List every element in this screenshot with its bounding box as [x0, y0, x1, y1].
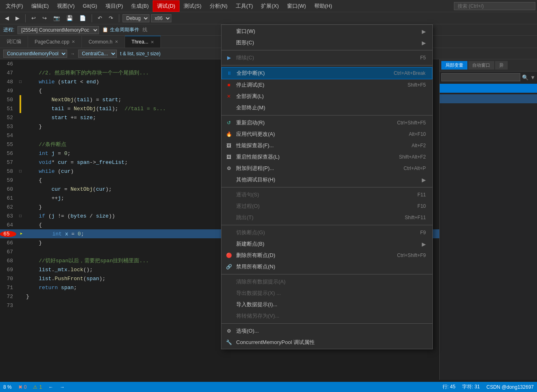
menu-item-delete-all-bp[interactable]: 🔴 删除所有断点(D) Ctrl+Shift+F9 — [221, 250, 432, 261]
menu-item-profiler[interactable]: 🖼 性能探查器(F)... Alt+F2 — [221, 140, 432, 151]
menu-section-breakpoints: 切换断点(G) F9 新建断点(B) ▶ 🔴 删除所有断点(D) Ctrl+Sh… — [221, 226, 432, 273]
attach-icon: ⚙ — [226, 166, 232, 171]
menu-item-detach-all[interactable]: ✕ 全部折离(L) — [221, 91, 432, 102]
menu-item-export-datatips: 导出数据提示(X) ... — [221, 287, 432, 299]
arrow-icon: → — [70, 51, 75, 56]
delete-bp-icon: 🔴 — [226, 253, 232, 258]
newfile-button[interactable]: 📄 — [77, 14, 88, 22]
menu-item-window[interactable]: 窗口(W) ▶ — [221, 26, 432, 37]
menu-build[interactable]: 生成(B) — [127, 1, 153, 11]
line-info: 行: 45 — [443, 383, 456, 390]
debug-mode-select[interactable]: Debug — [123, 14, 149, 22]
panel-search-input[interactable] — [441, 73, 520, 81]
menu-debug[interactable]: 调试(D) — [153, 0, 180, 12]
search-icon[interactable]: 🔍 — [522, 74, 528, 81]
restart-icon: ↺ — [226, 120, 232, 126]
tab-common[interactable]: Common.h ✕ — [82, 36, 125, 48]
dropdown-icon[interactable]: ▼ — [530, 74, 535, 81]
menu-section-datatip: 清除所有数据提示(A) 导出数据提示(X) ... 导入数据提示(I)... 将… — [221, 275, 432, 322]
close-icon[interactable]: ✕ — [151, 40, 154, 44]
profiler-icon: 🖼 — [226, 143, 232, 148]
statusbar-right: 行: 45 字符: 31 CSDN @dong132697 — [443, 383, 534, 390]
screenshot-button[interactable]: 📷 — [51, 14, 62, 22]
tab-label-pagecache: PageCache.cpp — [35, 39, 69, 45]
menu-section-options: ⚙ 选项(O)... 🔧 ConcurrentMemoryPool 调试属性 — [221, 324, 432, 349]
menu-file[interactable]: 文件(F) — [2, 1, 27, 11]
menu-item-restart[interactable]: ↺ 重新启动(R) Ctrl+Shift+F5 — [221, 117, 432, 128]
menu-item-attach[interactable]: ⚙ 附加到进程(P)... Ctrl+Alt+P — [221, 163, 432, 174]
undo2-button[interactable]: ↶ — [95, 14, 105, 22]
menu-item-terminate-all[interactable]: 全部终止(M) — [221, 102, 432, 113]
menubar: 文件(F) 编辑(E) 视图(V) Git(G) 项目(P) 生成(B) 调试(… — [0, 0, 537, 12]
arch-select[interactable]: x86 — [151, 14, 171, 22]
menu-item-stop-debug[interactable]: ■ 停止调试(E) Shift+F5 — [221, 79, 432, 91]
menu-extensions[interactable]: 扩展(X) — [257, 1, 283, 11]
menu-edit[interactable]: 编辑(E) — [27, 1, 53, 11]
menu-item-step-into: 逐语句(S) F11 — [221, 189, 432, 200]
redo2-button[interactable]: ↷ — [106, 14, 116, 22]
menu-section-continue: ▶ 继续(C) F5 — [221, 51, 432, 64]
menu-help[interactable]: 帮助(H) — [310, 1, 336, 11]
close-icon[interactable]: ✕ — [72, 39, 75, 44]
menu-section-break: ⏸ 全部中断(K) Ctrl+Alt+Break ■ 停止调试(E) Shift… — [221, 66, 432, 114]
restart-profiler-icon: 🖼 — [226, 154, 232, 160]
menu-item-step-out: 跳出(T) Shift+F11 — [221, 212, 432, 223]
nav-back[interactable]: ← — [48, 384, 53, 390]
tab-pagecache[interactable]: PageCache.cpp ✕ — [28, 36, 82, 48]
nav-forward[interactable]: → — [60, 384, 65, 390]
func-select[interactable]: CentralCa... — [78, 50, 117, 58]
col-info: 字符: 31 — [462, 383, 480, 390]
menu-section-step: 逐语句(S) F11 逐过程(O) F10 跳出(T) Shift+F11 — [221, 188, 432, 224]
save-button[interactable]: 💾 — [64, 14, 75, 22]
highlighted-row — [440, 94, 537, 103]
separator-3 — [119, 14, 119, 22]
separator — [221, 115, 432, 115]
submenu-arrow-icon: ▶ — [422, 28, 426, 35]
lifecycle-btn[interactable]: 📋 生命周期事件 — [102, 26, 139, 33]
menu-view[interactable]: 视图(V) — [53, 1, 79, 11]
menu-item-restart-profiler[interactable]: 🖼 重启性能探查器(L) Shift+Alt+F2 — [221, 151, 432, 163]
menu-item-other-targets[interactable]: 其他调试目标(H) ▶ — [221, 174, 432, 185]
error-count: ✖ 0 — [18, 384, 27, 390]
separator — [221, 187, 432, 187]
warning-count: ⚠ 1 — [33, 384, 42, 390]
menu-item-break-all[interactable]: ⏸ 全部中断(K) Ctrl+Alt+Break — [221, 67, 432, 79]
redo-button[interactable]: ↪ — [40, 14, 49, 22]
menu-test[interactable]: 测试(S) — [180, 1, 205, 11]
menu-window[interactable]: 窗口(W) — [283, 1, 310, 11]
menu-item-graphics[interactable]: 图形(C) ▶ — [221, 37, 432, 48]
tab-label-thread: Threa... — [132, 39, 148, 45]
detach-icon: ✕ — [226, 94, 232, 99]
close-icon[interactable]: ✕ — [115, 39, 118, 44]
selected-row — [440, 84, 537, 93]
stop-icon: ■ — [226, 82, 232, 88]
back-button[interactable]: ◀ — [2, 14, 11, 22]
tab-local-vars[interactable]: 局部变量 — [441, 61, 467, 70]
undo-button[interactable]: ↩ — [29, 14, 38, 22]
tab-other[interactable]: 异 — [495, 61, 508, 70]
separator — [221, 225, 432, 225]
menu-analyze[interactable]: 分析(N) — [206, 1, 232, 11]
tab-thread[interactable]: Threa... ✕ — [125, 36, 161, 48]
search-input[interactable] — [454, 2, 535, 10]
menu-project[interactable]: 项目(P) — [101, 1, 127, 11]
separator — [221, 323, 432, 324]
menu-item-apply-code[interactable]: 🔥 应用代码更改(A) Alt+F10 — [221, 128, 432, 140]
menu-git[interactable]: Git(G) — [79, 1, 101, 11]
thread-label: 线 — [142, 26, 147, 33]
menu-item-new-bp[interactable]: 新建断点(B) ▶ — [221, 238, 432, 250]
class-select[interactable]: ConcurrentMemoryPool — [3, 50, 67, 58]
menu-item-disable-all-bp[interactable]: 🔗 禁用所有断点(N) — [221, 261, 432, 272]
forward-button[interactable]: ▶ — [13, 14, 22, 22]
menu-item-options[interactable]: ⚙ 选项(O)... — [221, 325, 432, 337]
submenu-arrow-icon: ▶ — [422, 40, 426, 46]
statusbar: 8 % ✖ 0 ⚠ 1 ← → 行: 45 字符: 31 CSDN @dong1… — [0, 382, 537, 392]
tab-words[interactable]: 词汇编 — [0, 36, 28, 48]
menu-item-import-datatips[interactable]: 导入数据提示(I)... — [221, 299, 432, 310]
zoom-level: 8 % — [3, 384, 12, 390]
menu-item-debug-props[interactable]: 🔧 ConcurrentMemoryPool 调试属性 — [221, 337, 432, 348]
menu-tools[interactable]: 工具(T) — [232, 1, 257, 11]
tab-label-common: Common.h — [88, 39, 112, 45]
tab-auto-window[interactable]: 自动窗口 — [468, 61, 494, 70]
process-select[interactable]: [25544] ConcurrentMemoryPoc ▼ — [18, 26, 99, 34]
